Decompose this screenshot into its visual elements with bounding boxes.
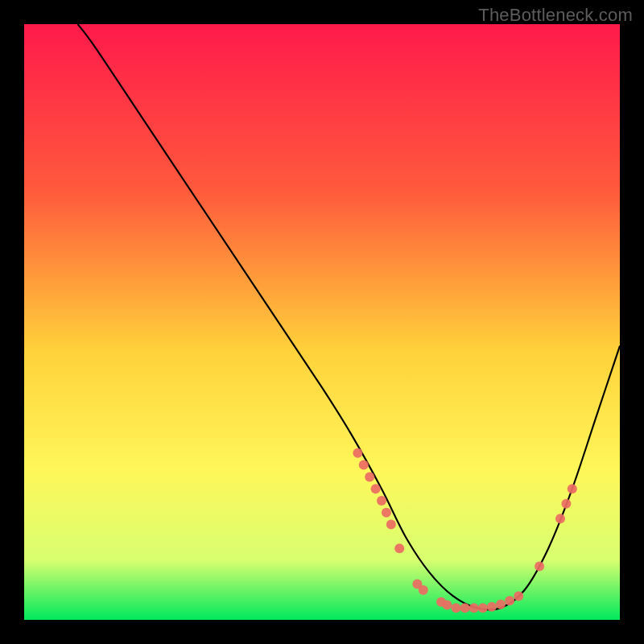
data-marker — [371, 484, 381, 493]
bottleneck-chart — [24, 24, 620, 620]
data-marker — [419, 585, 428, 595]
data-marker — [442, 601, 452, 610]
data-marker — [469, 603, 479, 613]
data-marker — [487, 602, 497, 612]
data-marker — [561, 499, 571, 509]
data-marker — [478, 603, 488, 613]
data-marker — [496, 600, 506, 609]
data-marker — [568, 484, 577, 493]
data-marker — [382, 508, 391, 518]
data-marker — [514, 591, 523, 601]
data-marker — [505, 596, 514, 605]
watermark-text: TheBottleneck.com — [478, 5, 633, 26]
data-marker — [377, 496, 386, 506]
data-marker — [535, 561, 544, 571]
data-marker — [359, 460, 369, 470]
data-marker — [555, 514, 565, 523]
data-marker — [460, 603, 470, 613]
data-marker — [452, 603, 461, 613]
data-marker — [365, 472, 374, 481]
chart-svg — [24, 24, 620, 620]
data-marker — [353, 448, 362, 458]
data-marker — [386, 520, 396, 530]
chart-background — [24, 24, 620, 620]
data-marker — [394, 543, 404, 553]
